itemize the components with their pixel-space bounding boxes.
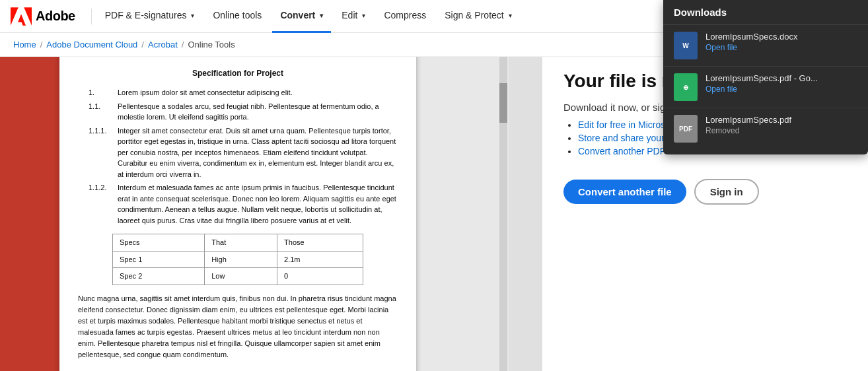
pdf-preview: Specification for Project 1. Lorem ipsum… <box>0 57 542 371</box>
pdf-scrollbar-thumb <box>499 83 507 123</box>
chevron-down-icon: ▾ <box>362 12 365 19</box>
pdf-title: Specification for Project <box>78 67 398 79</box>
nav-online-tools[interactable]: Online tools <box>205 0 270 33</box>
breadcrumb-document-cloud[interactable]: Adobe Document Cloud <box>46 40 137 50</box>
open-file-link[interactable]: Open file <box>705 84 818 94</box>
chevron-down-icon: ▾ <box>320 12 323 19</box>
list-item: 1.1.1. Integer sit amet consectetur erat… <box>89 125 398 180</box>
table-cell: That <box>205 234 277 252</box>
pdf-sidebar-right <box>509 57 542 371</box>
nav-pdf-esignatures[interactable]: PDF & E-signatures ▾ <box>97 0 203 33</box>
pdf-table: SpecsThatThoseSpec 1High2.1mSpec 2Low0 <box>112 234 363 285</box>
table-cell: 2.1m <box>277 251 363 268</box>
table-cell: Those <box>277 234 363 252</box>
download-filename: LoremIpsumSpecs.docx <box>705 32 797 42</box>
adobe-logo[interactable]: Adobe <box>11 7 75 26</box>
download-item: WLoremIpsumSpecs.docxOpen file <box>663 25 868 67</box>
breadcrumb-home[interactable]: Home <box>13 40 36 50</box>
table-cell: Specs <box>113 234 205 252</box>
pdf-paragraph: Nunc magna urna, sagittis sit amet inter… <box>78 293 398 360</box>
downloads-header: Downloads <box>663 0 868 25</box>
pdf-sidebar-left <box>0 57 59 371</box>
ready-actions: Convert another file Sign in <box>563 179 852 205</box>
pdf-scrollbar[interactable] <box>499 57 507 371</box>
nav-divider <box>91 9 92 24</box>
downloads-dropdown: Downloads WLoremIpsumSpecs.docxOpen file… <box>663 0 868 154</box>
download-file-icon: W <box>674 32 698 59</box>
chevron-down-icon: ▾ <box>509 12 512 19</box>
table-cell: Spec 2 <box>113 268 205 285</box>
nav-compress[interactable]: Compress <box>376 0 434 33</box>
pdf-page: Specification for Project 1. Lorem ipsum… <box>59 57 416 371</box>
removed-label: Removed <box>705 126 791 135</box>
table-cell: 0 <box>277 268 363 285</box>
breadcrumb-acrobat[interactable]: Acrobat <box>148 40 178 50</box>
breadcrumb-current: Online Tools <box>188 40 235 50</box>
nav-sign-protect[interactable]: Sign & Protect ▾ <box>437 0 520 33</box>
open-file-link[interactable]: Open file <box>705 43 797 52</box>
chevron-down-icon: ▾ <box>191 12 194 19</box>
download-file-icon: PDF <box>674 115 698 143</box>
download-item: ⊕LoremIpsumSpecs.pdf - Go...Open file <box>663 67 868 108</box>
download-item: PDFLoremIpsumSpecs.pdfRemoved <box>663 108 868 149</box>
download-filename: LoremIpsumSpecs.pdf <box>705 115 791 125</box>
list-item: 1.1. Pellentesque a sodales arcu, sed fe… <box>89 101 398 123</box>
table-cell: Low <box>205 268 277 285</box>
adobe-wordmark: Adobe <box>36 9 75 24</box>
table-cell: Spec 1 <box>113 251 205 268</box>
nav-edit[interactable]: Edit ▾ <box>334 0 373 33</box>
pdf-list: 1. Lorem ipsum dolor sit amet consectetu… <box>89 87 398 226</box>
convert-another-button[interactable]: Convert another file <box>563 180 686 204</box>
table-cell: High <box>205 251 277 268</box>
sign-in-button[interactable]: Sign in <box>694 179 759 205</box>
download-file-icon: ⊕ <box>674 73 698 101</box>
list-item: 1. Lorem ipsum dolor sit amet consectetu… <box>89 87 398 98</box>
nav-convert[interactable]: Convert ▾ <box>272 0 331 33</box>
download-filename: LoremIpsumSpecs.pdf - Go... <box>705 73 818 83</box>
list-item: 1.1.2. Interdum et malesuada fames ac an… <box>89 182 398 226</box>
